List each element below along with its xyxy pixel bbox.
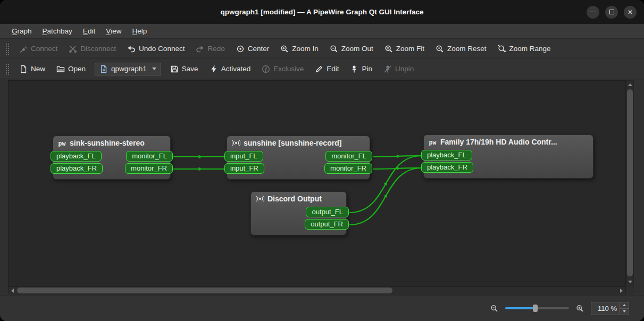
node-sunshine-sunshine-record[interactable]: sunshine [sunshine-record]input_FLinput_… — [227, 136, 370, 180]
wire-arrow-icon — [384, 181, 389, 185]
zoom-slider-fill — [505, 307, 535, 309]
zoom-spin-up-button[interactable] — [620, 302, 629, 309]
scroll-up-button[interactable] — [626, 81, 633, 88]
edit-pencil-icon — [315, 65, 323, 73]
port-playback-fr[interactable]: playback_FR — [51, 163, 103, 174]
zoom-spinbox[interactable]: 110 % — [591, 302, 629, 315]
zoom-in-icon — [280, 45, 289, 53]
zoom-range-icon — [498, 45, 506, 53]
wire-arrow-icon — [199, 167, 203, 171]
toolbar-button-zoom-range[interactable]: Zoom Range — [493, 42, 556, 56]
menu-item-graph[interactable]: Graph — [6, 24, 37, 38]
input-ports: playback_FLplayback_FR — [421, 150, 473, 173]
toolbar-button-label: Zoom Reset — [447, 45, 487, 53]
connections-layer — [9, 81, 625, 286]
menu-item-edit[interactable]: Edit — [78, 24, 101, 38]
port-output-fl[interactable]: output_FL — [306, 207, 349, 217]
node-title: Discord Output — [267, 195, 322, 203]
node-discord-output[interactable]: Discord Outputoutput_FLoutput_FR — [250, 191, 347, 235]
toolbar-button-label: Redo — [207, 45, 224, 53]
connect-icon — [19, 45, 28, 53]
port-input-fr[interactable]: input_FR — [224, 163, 264, 174]
toolbar-button-redo: Redo — [191, 42, 229, 56]
menu-item-view[interactable]: View — [101, 24, 127, 38]
vertical-scrollbar[interactable] — [626, 80, 634, 286]
port-output-fr[interactable]: output_FR — [305, 219, 349, 230]
port-playback-fl[interactable]: playback_FL — [421, 150, 472, 160]
graph-canvas[interactable]: pwsink-sunshine-stereoplayback_FLplaybac… — [8, 80, 626, 286]
spin-buttons — [620, 302, 629, 315]
scroll-right-button[interactable] — [618, 287, 625, 294]
zoom-fit-icon — [384, 45, 393, 53]
toolbar-button-zoom-reset[interactable]: Zoom Reset — [431, 42, 491, 56]
scroll-down-button[interactable] — [626, 278, 633, 285]
toolbar-button-label: Zoom In — [292, 45, 319, 53]
menu-item-help[interactable]: Help — [127, 24, 152, 38]
minimize-button[interactable] — [587, 6, 599, 19]
toolbar-button-edit[interactable]: Edit — [310, 62, 344, 76]
toolbar-button-label: Center — [248, 45, 270, 53]
pipewire-icon: pw — [58, 139, 66, 147]
maximize-button[interactable] — [605, 6, 618, 19]
undo-icon — [127, 45, 136, 53]
zoom-slider-handle[interactable] — [533, 305, 538, 312]
toolbar-button-undo-connect[interactable]: Undo Connect — [122, 42, 189, 56]
vertical-scrollbar-handle[interactable] — [627, 89, 633, 276]
toolbar-button-save[interactable]: Save — [165, 62, 203, 76]
toolbar-button-pin[interactable]: Pin — [345, 62, 377, 76]
scrollbar-corner — [626, 286, 634, 294]
zoom-slider[interactable] — [505, 303, 569, 313]
arrow-right-icon — [620, 289, 623, 293]
redo-icon — [196, 45, 204, 53]
port-monitor-fl[interactable]: monitor_FL — [126, 151, 173, 162]
port-playback-fr[interactable]: playback_FR — [421, 162, 473, 173]
toolbar-button-label: Disconnect — [80, 45, 116, 53]
menu-item-label: raph — [18, 27, 32, 35]
port-monitor-fr[interactable]: monitor_FR — [324, 163, 372, 174]
maximize-icon — [609, 10, 614, 14]
titlebar[interactable]: qpwgraph1 [modified] — A PipeWire Graph … — [0, 0, 644, 24]
toolbar-drag-handle[interactable] — [5, 43, 10, 55]
scroll-left-button[interactable] — [9, 287, 16, 294]
toolbar-button-zoom-out[interactable]: Zoom Out — [325, 42, 378, 56]
record-icon — [232, 139, 240, 147]
horizontal-scrollbar-handle[interactable] — [17, 288, 392, 293]
node-ports: output_FLoutput_FR — [251, 205, 346, 235]
node-sink-sunshine-stereo[interactable]: pwsink-sunshine-stereoplayback_FLplaybac… — [53, 136, 171, 180]
disconnect-icon — [69, 45, 77, 53]
zoom-in-status-icon[interactable] — [576, 305, 584, 312]
node-ports: playback_FLplayback_FR — [424, 148, 593, 178]
node-ports: input_FLinput_FRmonitor_FLmonitor_FR — [227, 149, 370, 179]
port-monitor-fl[interactable]: monitor_FL — [325, 151, 372, 162]
new-file-icon — [19, 65, 28, 73]
input-ports: input_FLinput_FR — [224, 151, 264, 174]
toolbar-button-open[interactable]: Open — [52, 62, 90, 76]
menu-item-mnemonic: P — [43, 27, 47, 35]
toolbar-button-zoom-in[interactable]: Zoom In — [275, 42, 323, 56]
port-input-fl[interactable]: input_FL — [224, 151, 263, 162]
save-icon — [170, 65, 179, 73]
node-header: pwsink-sunshine-stereo — [53, 136, 170, 149]
horizontal-scrollbar[interactable] — [8, 286, 626, 294]
svg-text:f: f — [265, 66, 267, 72]
port-playback-fl[interactable]: playback_FL — [51, 151, 102, 162]
node-family-17h-19h-hd-audio-contr[interactable]: pwFamily 17h/19h HD Audio Contr...playba… — [423, 134, 593, 179]
activated-bolt-icon — [210, 65, 218, 73]
toolbar-button-label: Connect — [31, 45, 57, 53]
wire-arrow-icon — [384, 193, 389, 198]
close-button[interactable]: ✕ — [624, 6, 637, 19]
node-header: sunshine [sunshine-record] — [227, 136, 370, 149]
port-monitor-fr[interactable]: monitor_FR — [125, 163, 173, 174]
arrow-up-icon — [628, 83, 632, 86]
zoom-out-status-icon[interactable] — [490, 305, 498, 312]
toolbar-button-activated[interactable]: Activated — [205, 62, 256, 76]
menu-item-patchbay[interactable]: Patchbay — [37, 24, 78, 38]
patchbay-selector[interactable]: qpwgraph1 — [95, 63, 161, 75]
toolbar-button-new[interactable]: New — [14, 62, 50, 76]
toolbar-button-zoom-fit[interactable]: Zoom Fit — [380, 42, 429, 56]
zoom-spin-down-button[interactable] — [620, 309, 629, 315]
menu-item-mnemonic: H — [132, 27, 137, 35]
toolbar-drag-handle[interactable] — [5, 63, 10, 75]
toolbar-button-center[interactable]: Center — [231, 42, 274, 56]
input-ports: playback_FLplayback_FR — [51, 151, 103, 174]
